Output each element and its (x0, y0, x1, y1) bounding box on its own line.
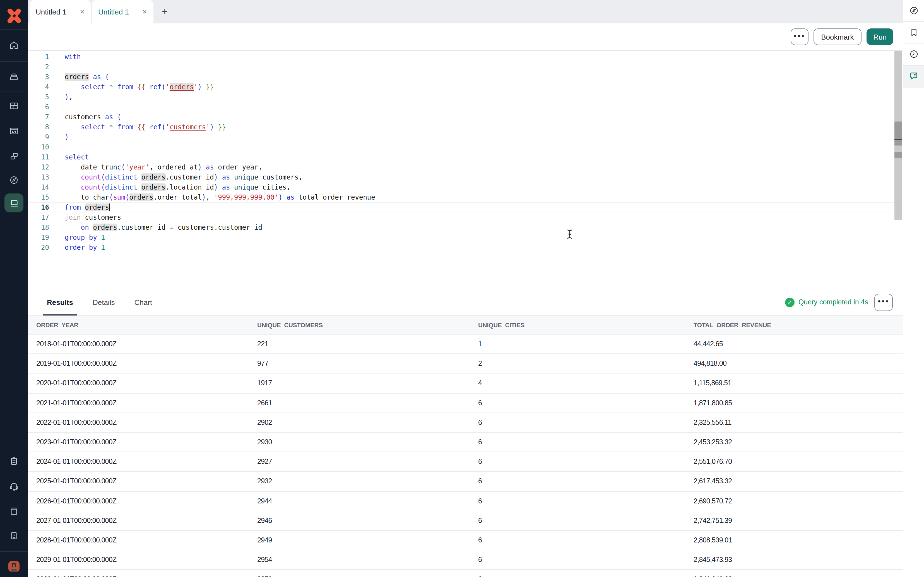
hex-logo-icon (5, 6, 23, 25)
sidebar-item-organization[interactable] (0, 531, 28, 541)
table-cell: 1,871,800.85 (693, 399, 903, 407)
line-number: 18 (28, 222, 49, 232)
sidebar-item-screens[interactable] (0, 151, 28, 161)
results-tab-chart[interactable]: Chart (134, 289, 152, 315)
table-cell: 2661 (257, 399, 478, 407)
bookmark-icon (909, 27, 919, 37)
line-number: 5 (28, 92, 49, 102)
table-cell: 1,841,049.32 (693, 575, 903, 577)
table-row[interactable]: 2024-01-01T00:00:00.000Z292762,551,076.7… (28, 452, 903, 472)
table-cell: 2029-01-01T00:00:00.000Z (36, 556, 257, 564)
code-text (49, 62, 65, 72)
scroll-position-marker (895, 139, 902, 140)
sidebar-item-clipboard[interactable] (0, 456, 28, 466)
tab-close-icon[interactable]: ✕ (142, 8, 147, 15)
table-row[interactable]: 2019-01-01T00:00:00.000Z9772494,818.00 (28, 354, 903, 374)
tab-label: Untitled 1 (98, 8, 140, 16)
table-row[interactable]: 2020-01-01T00:00:00.000Z191741,115,869.5… (28, 374, 903, 393)
run-button[interactable]: Run (866, 29, 893, 45)
table-cell: 2,325,556.11 (693, 419, 903, 427)
code-text: group by 1 (49, 232, 105, 242)
sidebar-item-notebook-active[interactable] (5, 193, 23, 213)
code-text: date_trunc('year', ordered_at) as order_… (49, 162, 262, 172)
table-cell: 2024-01-01T00:00:00.000Z (36, 458, 257, 466)
table-row[interactable]: 2026-01-01T00:00:00.000Z294462,690,570.7… (28, 492, 903, 511)
table-cell: 2019-01-01T00:00:00.000Z (36, 360, 257, 367)
sidebar-item-apps[interactable] (0, 101, 28, 111)
table-cell: 1917 (257, 379, 478, 387)
code-line: 20order by 1 (28, 242, 903, 253)
more-options-button[interactable]: ●●● (790, 29, 808, 45)
table-cell: 44,442.65 (693, 340, 903, 348)
line-number: 1 (28, 52, 49, 62)
code-line: 5), (28, 92, 903, 102)
user-avatar[interactable] (0, 561, 28, 572)
line-number: 13 (28, 172, 49, 182)
table-cell: 2 (478, 360, 693, 367)
right-item-bookmarks[interactable] (903, 27, 924, 37)
table-row[interactable]: 2028-01-01T00:00:00.000Z294962,808,539.0… (28, 531, 903, 550)
column-header[interactable]: TOTAL_ORDER_REVENUE (693, 321, 903, 328)
scrollbar-thumb[interactable] (895, 152, 902, 158)
table-cell: 2021-01-01T00:00:00.000Z (36, 399, 257, 407)
explore-compass-icon (909, 6, 919, 16)
code-text: count(distinct orders.location_id) as un… (49, 182, 291, 192)
table-cell: 2027-01-01T00:00:00.000Z (36, 517, 257, 525)
right-item-explore[interactable] (903, 6, 924, 16)
table-row[interactable]: 2022-01-01T00:00:00.000Z290262,325,556.1… (28, 413, 903, 433)
hex-logo[interactable] (0, 6, 28, 25)
code-text: join customers (49, 213, 121, 222)
results-tab-details[interactable]: Details (93, 289, 115, 315)
scrollbar-thumb[interactable] (895, 121, 902, 145)
table-row[interactable]: 2029-01-01T00:00:00.000Z295462,845,473.9… (28, 550, 903, 570)
column-header[interactable]: ORDER_YEAR (36, 321, 257, 328)
sidebar-item-explore[interactable] (0, 175, 28, 185)
table-cell: 2,690,570.72 (693, 497, 903, 505)
sidebar-item-home[interactable] (0, 40, 28, 50)
right-sidebar-divider (903, 44, 924, 44)
table-cell: 2,742,751.39 (693, 517, 903, 525)
table-row[interactable]: 2018-01-01T00:00:00.000Z221144,442.65 (28, 335, 903, 354)
table-row[interactable]: 2025-01-01T00:00:00.000Z293262,617,453.3… (28, 472, 903, 492)
avatar-image (8, 561, 19, 572)
sidebar-item-data-browser[interactable] (0, 71, 28, 81)
table-cell: 6 (478, 536, 693, 544)
line-number: 19 (28, 232, 49, 242)
right-item-history[interactable] (903, 49, 924, 59)
new-tab-button[interactable]: + (162, 7, 168, 17)
table-row[interactable]: 2021-01-01T00:00:00.000Z266161,871,800.8… (28, 393, 903, 413)
code-text: count(distinct orders.customer_id) as un… (49, 172, 303, 182)
sidebar-item-code[interactable] (0, 126, 28, 136)
tab-close-icon[interactable]: ✕ (80, 8, 85, 15)
sidebar-item-support[interactable] (0, 481, 28, 491)
results-tab-results[interactable]: Results (47, 289, 73, 315)
table-cell: 2930 (257, 438, 478, 446)
editor-scrollbar[interactable] (895, 51, 902, 220)
code-line: 16from orders (28, 202, 903, 213)
notebook-tab[interactable]: Untitled 1✕ (29, 0, 91, 23)
bookmark-button[interactable]: Bookmark (813, 29, 861, 45)
right-item-ai-assistant[interactable] (903, 71, 924, 81)
support-headset-icon (9, 481, 19, 491)
data-browser-icon (9, 71, 19, 81)
column-header[interactable]: UNIQUE_CUSTOMERS (257, 321, 478, 328)
code-text: orders as ( (49, 72, 109, 82)
sql-editor[interactable]: 1with23orders as (4select * from {{ ref(… (28, 51, 903, 289)
table-row[interactable]: 2023-01-01T00:00:00.000Z293062,453,253.3… (28, 433, 903, 452)
notebook-tab[interactable]: Untitled 1✕ (92, 0, 153, 23)
table-row[interactable]: 2030-01-01T00:00:00.000Z287961,841,049.3… (28, 570, 903, 577)
line-number: 2 (28, 62, 49, 72)
table-cell: 6 (478, 556, 693, 564)
results-more-button[interactable]: ●●● (874, 293, 893, 311)
table-cell: 2025-01-01T00:00:00.000Z (36, 477, 257, 485)
code-text: select (49, 152, 89, 162)
table-cell: 2023-01-01T00:00:00.000Z (36, 438, 257, 446)
column-header[interactable]: UNIQUE_CITIES (478, 321, 693, 328)
table-row[interactable]: 2027-01-01T00:00:00.000Z294662,742,751.3… (28, 511, 903, 530)
table-cell: 6 (478, 477, 693, 485)
sidebar-item-docs[interactable] (0, 506, 28, 516)
code-line: 18on orders.customer_id = customers.cust… (28, 222, 903, 232)
table-cell: 6 (478, 438, 693, 446)
table-cell: 2927 (257, 458, 478, 466)
code-window-icon (9, 126, 19, 136)
